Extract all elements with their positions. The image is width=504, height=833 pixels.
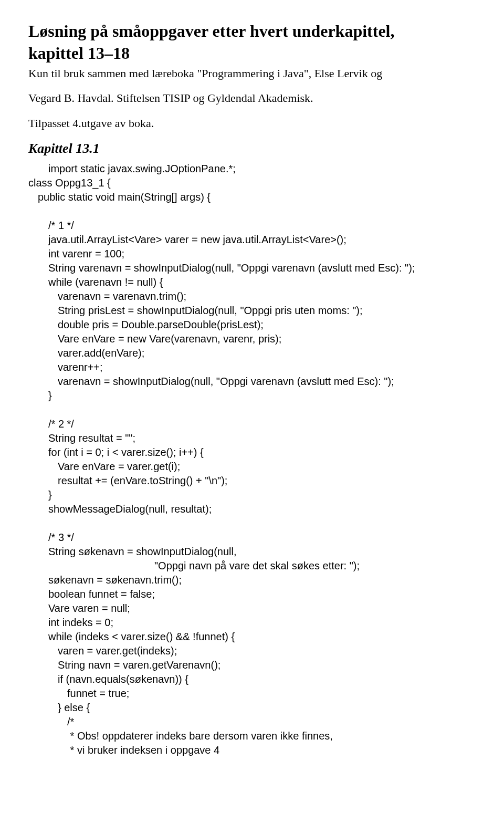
code-line: } else { bbox=[28, 701, 476, 715]
code-comment: /* 2 */ bbox=[28, 417, 476, 431]
code-line: String resultat = ""; bbox=[28, 431, 476, 445]
doc-subtitle-line3: Tilpasset 4.utgave av boka. bbox=[28, 116, 476, 131]
code-line: String navn = varen.getVarenavn(); bbox=[28, 658, 476, 672]
code-line: } bbox=[28, 488, 476, 502]
code-line: Vare enVare = new Vare(varenavn, varenr,… bbox=[28, 332, 476, 346]
code-line: "Oppgi navn på vare det skal søkes etter… bbox=[28, 559, 476, 573]
code-comment: /* 3 */ bbox=[28, 530, 476, 545]
code-comment: /* bbox=[28, 715, 476, 729]
code-line: int indeks = 0; bbox=[28, 616, 476, 630]
code-line: boolean funnet = false; bbox=[28, 587, 476, 601]
doc-subtitle-line1: Kun til bruk sammen med læreboka "Progra… bbox=[28, 66, 476, 81]
code-line: double pris = Double.parseDouble(prisLes… bbox=[28, 318, 476, 332]
code-line: int varenr = 100; bbox=[28, 247, 476, 261]
code-comment: * vi bruker indeksen i oppgave 4 bbox=[28, 743, 476, 757]
code-line: varenavn = showInputDialog(null, "Oppgi … bbox=[28, 374, 476, 389]
code-line: varenr++; bbox=[28, 360, 476, 374]
code-line: resultat += (enVare.toString() + "\n"); bbox=[28, 474, 476, 488]
code-line: showMessageDialog(null, resultat); bbox=[28, 502, 476, 516]
code-line: varer.add(enVare); bbox=[28, 346, 476, 360]
code-line: varenavn = varenavn.trim(); bbox=[28, 289, 476, 304]
doc-title-line2: kapittel 13–18 bbox=[28, 43, 476, 63]
code-line: while (indeks < varer.size() && !funnet)… bbox=[28, 630, 476, 644]
code-line: if (navn.equals(søkenavn)) { bbox=[28, 672, 476, 686]
code-line: String søkenavn = showInputDialog(null, bbox=[28, 545, 476, 559]
code-line: Vare enVare = varer.get(i); bbox=[28, 460, 476, 474]
code-line: funnet = true; bbox=[28, 686, 476, 701]
doc-subtitle-line2: Vegard B. Havdal. Stiftelsen TISIP og Gy… bbox=[28, 90, 476, 106]
code-line: søkenavn = søkenavn.trim(); bbox=[28, 573, 476, 587]
code-comment: * Obs! oppdaterer indeks bare dersom var… bbox=[28, 729, 476, 743]
code-line: Vare varen = null; bbox=[28, 601, 476, 616]
chapter-heading: Kapittel 13.1 bbox=[28, 141, 476, 157]
code-line: for (int i = 0; i < varer.size(); i++) { bbox=[28, 445, 476, 460]
code-line: import static javax.swing.JOptionPane.*; bbox=[28, 162, 476, 176]
code-line: class Oppg13_1 { bbox=[28, 176, 476, 190]
code-line: java.util.ArrayList<Vare> varer = new ja… bbox=[28, 233, 476, 247]
code-line: while (varenavn != null) { bbox=[28, 275, 476, 289]
code-line: varen = varer.get(indeks); bbox=[28, 644, 476, 658]
code-line: } bbox=[28, 389, 476, 403]
code-line: String varenavn = showInputDialog(null, … bbox=[28, 261, 476, 275]
code-comment: /* 1 */ bbox=[28, 218, 476, 233]
code-line: public static void main(String[] args) { bbox=[28, 190, 476, 204]
code-line: String prisLest = showInputDialog(null, … bbox=[28, 304, 476, 318]
doc-title-line1: Løsning på småoppgaver etter hvert under… bbox=[28, 21, 476, 41]
